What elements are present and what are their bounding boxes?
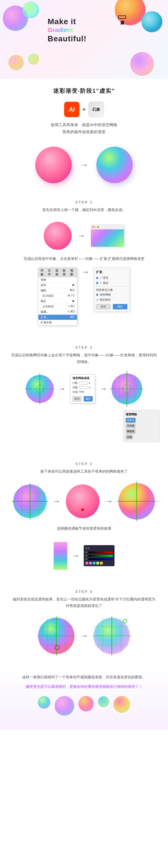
- radio-stroke[interactable]: [96, 282, 98, 284]
- step3-ball1-wrap: [13, 485, 47, 518]
- step1-label: STEP 1: [0, 194, 168, 207]
- hero-section: Make it Gradient Beautiful! 虛實: [0, 0, 168, 79]
- main-content: 迷彩渐变-阶段1"虚实" Ai + 幻象 使用工具简单来，就是AI中的深空网格 …: [0, 79, 168, 730]
- step3-ball3-wrap: [118, 483, 155, 520]
- hero-side-text: 虛實: [118, 16, 126, 19]
- step1-menu-row: 对象 文字 选择 效果 视图 变换 排列▶ 编辑⌘G 取消编组⌘⇧G 锁定▶ 全…: [0, 268, 168, 334]
- step1-desc2: 完成以后再选中对象，点击菜单栏——对象——扩展 扩展模式选择网格渐变: [0, 255, 168, 268]
- traffic-light-red: [92, 226, 94, 228]
- step3-grid-h2: [12, 510, 48, 510]
- step1-demo: →: [0, 219, 168, 255]
- step3-row2-arrow: →: [72, 551, 80, 560]
- step4-desc: 做到渐变实现实透明效果，首先让一些结点颜色为背景色或透明 对下方红圈内的透明度为…: [0, 596, 168, 615]
- traffic-light-green: [97, 226, 99, 228]
- radio-fill[interactable]: [96, 277, 98, 279]
- bottom-bubble-1: [38, 696, 50, 709]
- radio-gradient[interactable]: [96, 293, 98, 296]
- hero-gradient-word: Gradient: [48, 26, 73, 34]
- step2-panels: 渐变网格选项 行数: 4 列数: 4 外观: 平滑 取消 确定: [70, 374, 95, 404]
- phantom-app-icon: 幻象: [88, 102, 104, 117]
- menu-item-kuozhanwaixian[interactable]: 扩展外观: [38, 320, 77, 326]
- step3-red-dot: [81, 508, 84, 511]
- menu-item-bianji[interactable]: 编辑⌘G: [38, 288, 77, 293]
- bottom-bubble-5: [114, 696, 130, 713]
- step4-ball2-wrap: [93, 618, 130, 654]
- expand-option-1: ✓ 填充: [96, 276, 127, 280]
- menu-header: 对象 文字 选择 效果 视图: [38, 268, 77, 277]
- step1-arrow: →: [77, 231, 85, 240]
- step3-label: STEP 3: [0, 456, 168, 468]
- color-bar-g: [88, 555, 113, 557]
- expand-cancel-btn[interactable]: 取消: [96, 304, 111, 309]
- gradient-panel-header: [91, 225, 124, 229]
- ball-gradient-after: [96, 147, 133, 183]
- step4-green-circle: [123, 619, 127, 623]
- step4-ch-v2: [112, 616, 112, 656]
- step2-desc: 完成以后则格网经对象上会出现十字架网格，选中对象——白键——红色角锁，逐渐转到到…: [0, 352, 168, 371]
- step1-desc: 首先在画布上画一个圆，确定到向深变，颜色自选。: [0, 207, 168, 219]
- step4-label: STEP 4: [0, 584, 168, 596]
- step2-cancel-btn[interactable]: 取消: [73, 396, 81, 402]
- step2-dialog: 渐变网格选项 行数: 4 列数: 4 外观: 平滑 取消 确定: [70, 374, 95, 404]
- ch-circle-2: [122, 384, 131, 393]
- menu-item-bianhuan[interactable]: 变换: [38, 277, 77, 283]
- menu-item-ziyou[interactable]: 隐藏...⌥⌘3: [38, 309, 77, 315]
- step3-gradient-vertical: [53, 542, 68, 570]
- hero-bubble-3: [115, 0, 145, 25]
- grid-line-h-top: [110, 381, 144, 381]
- step3-row2: → 渐变 R G B: [0, 537, 168, 578]
- step4-ball1-wrap: [38, 618, 75, 654]
- step2-ok-btn[interactable]: 确定: [84, 396, 93, 402]
- grid-line-v-right: [135, 372, 135, 406]
- step2-right-panel: 渐变网格 坐标点 方向线 网格线 边缘: [0, 410, 168, 451]
- step2-dialog-buttons: 取消 确定: [73, 396, 93, 402]
- step2-label: STEP 2: [0, 340, 168, 352]
- hero-bubble-2: [23, 1, 39, 18]
- swatch-1: [85, 562, 88, 564]
- menu-item-qubu[interactable]: 全部解锁⌥⌘2: [38, 304, 77, 309]
- step3-desc: 接下来就可以用直接选样工具给子母单的的网格着色了: [0, 468, 168, 480]
- bottom-text-main: 这样一来我们就得到了一个简单却不规则颜色渐变，并且有虚实变化的图形。: [8, 674, 160, 681]
- ch-dot-1: [39, 388, 40, 390]
- menu-item-kuozhan[interactable]: 扩展...⌘D: [38, 315, 77, 320]
- hero-bubble-6: [28, 53, 39, 65]
- input-cols[interactable]: [80, 386, 88, 389]
- color-bar-b: [88, 558, 113, 560]
- expand-option-2: ✓ 描边: [96, 281, 127, 285]
- radio-path[interactable]: [96, 299, 98, 301]
- step2-demo: → 渐变网格选项 行数: 4 列数: 4 外观: 平滑 取: [0, 371, 168, 410]
- traffic-light-yellow: [95, 226, 97, 228]
- step2-info-panel: 渐变网格 坐标点 方向线 网格线 边缘: [123, 410, 160, 442]
- swatch-5: [100, 562, 103, 564]
- step2-arrow1: →: [58, 384, 66, 393]
- color-swatches-row: [85, 562, 113, 564]
- menu-item-quxiao[interactable]: 取消编组⌘⇧G: [38, 293, 77, 299]
- step2-result-wrap: [112, 373, 142, 404]
- step3-grid-h1: [12, 493, 48, 493]
- hero-bubble-4: [141, 11, 162, 32]
- swatch-2: [89, 562, 92, 564]
- step1-ball-pink: [44, 222, 72, 250]
- expand-buttons: 取消 确定: [96, 304, 127, 309]
- menu-panel: 对象 文字 选择 效果 视图 变换 排列▶ 编辑⌘G 取消编组⌘⇧G 锁定▶ 全…: [38, 268, 77, 326]
- step4-demo: →: [0, 615, 168, 660]
- phantom-icon-label: 幻象: [92, 107, 100, 112]
- expand-option-3: 渐变填充力量 渐变网格 指定路径: [96, 286, 127, 302]
- expand-ok-btn[interactable]: 确定: [113, 304, 127, 309]
- step3-dark-panel: 渐变 R G B: [84, 545, 115, 566]
- step3-grid-v1: [22, 484, 22, 519]
- bottom-bubble-3: [78, 696, 94, 712]
- hero-bubble-5: [8, 55, 24, 70]
- menu-item-paixe[interactable]: 排列▶: [38, 283, 77, 288]
- hero-title-line2: Beautiful!: [48, 34, 87, 44]
- gradient-preview: [91, 229, 124, 246]
- step2-arrow2: →: [99, 384, 107, 393]
- color-bar-r: [88, 552, 113, 553]
- ball-pink-before: [35, 147, 72, 183]
- step3-arrow1: →: [52, 497, 60, 506]
- input-rows[interactable]: [80, 381, 88, 384]
- menu-item-suoding[interactable]: 锁定▶: [38, 299, 77, 304]
- step4-grid-v2: [66, 617, 66, 655]
- step3-ch-v: [30, 483, 30, 520]
- subtitle-text: 使用工具简单来，就是AI中的深空网格 简单的操作创造新的渐变: [0, 120, 168, 141]
